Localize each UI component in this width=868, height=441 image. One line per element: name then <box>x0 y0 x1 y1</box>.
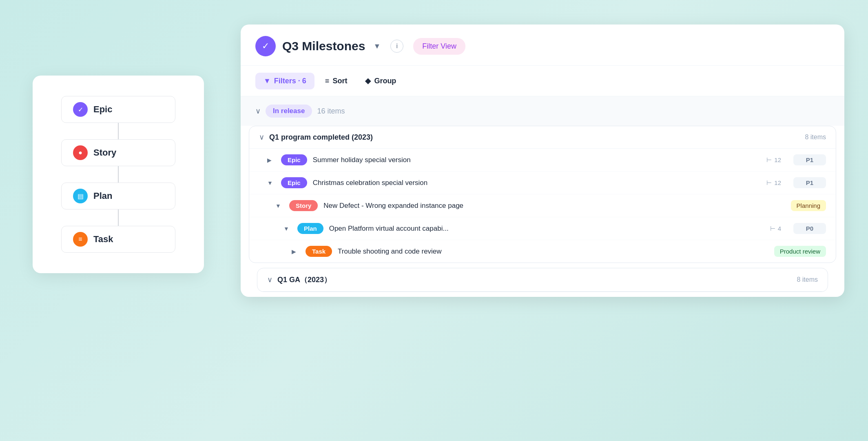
link-count: ⊢ 4 <box>770 225 781 232</box>
status-badge: Planning <box>791 200 826 211</box>
epic-type-badge: Epic <box>281 177 307 188</box>
filter-icon: ▼ <box>264 77 271 85</box>
hierarchy-item-task: ≡ Task <box>61 226 175 253</box>
status-badge: Product review <box>774 246 826 257</box>
sub-group-q1-ga-header: ∨ Q1 GA（2023） 8 items <box>257 268 828 292</box>
connector-2 <box>118 166 119 183</box>
sub-group-q1-ga-title: Q1 GA（2023） <box>277 275 792 285</box>
hierarchy-item-plan: ▤ Plan <box>61 183 175 209</box>
sub-group-q1-ga-count: 8 items <box>797 276 818 283</box>
story-icon: ● <box>73 145 88 160</box>
group-label: Group <box>374 77 396 85</box>
in-release-count: 16 items <box>317 107 345 116</box>
table-row: ▼ Epic Christmas celebration special ver… <box>249 172 836 194</box>
link-count: ⊢ 12 <box>766 156 781 164</box>
row-chevron-icon[interactable]: ▼ <box>275 203 283 209</box>
sub-group-q1-title: Q1 program completed (2023) <box>269 133 800 142</box>
row-title: Open Platform virtual account capabi... <box>329 225 764 233</box>
panel-icon: ✓ <box>255 36 276 56</box>
plan-label: Plan <box>93 191 112 201</box>
filter-view-button[interactable]: Filter View <box>413 38 465 55</box>
hierarchy-panel: ✓ Epic ● Story ▤ Plan ≡ Task <box>33 76 204 273</box>
story-type-badge: Story <box>289 200 318 211</box>
row-chevron-icon[interactable]: ▼ <box>283 225 292 232</box>
table-row: ▼ Plan Open Platform virtual account cap… <box>249 217 836 240</box>
title-chevron-icon[interactable]: ▼ <box>373 42 381 51</box>
table-row: ▶ Task Trouble shooting and code review … <box>249 240 836 263</box>
link-count: ⊢ 12 <box>766 179 781 187</box>
sub-group-q1-count: 8 items <box>805 134 826 141</box>
sort-icon: ≡ <box>325 77 330 85</box>
table-row: ▼ Story New Defect - Wrong expanded inst… <box>249 194 836 217</box>
story-label: Story <box>93 147 116 158</box>
epic-type-badge: Epic <box>281 154 307 165</box>
sub-group-q1-header: ∨ Q1 program completed (2023) 8 items <box>249 126 836 149</box>
sub-group-q1-ga: ∨ Q1 GA（2023） 8 items <box>257 268 828 292</box>
sub-group-ga-chevron-icon[interactable]: ∨ <box>267 275 272 284</box>
task-icon: ≡ <box>73 232 88 247</box>
panel-title: Q3 Milestones <box>282 39 365 53</box>
task-type-badge: Task <box>306 246 332 257</box>
group-button[interactable]: ◆ Group <box>358 72 403 89</box>
row-chevron-icon[interactable]: ▼ <box>267 180 275 186</box>
hierarchy-item-story: ● Story <box>61 139 175 166</box>
connector-3 <box>118 209 119 226</box>
sort-button[interactable]: ≡ Sort <box>318 73 355 89</box>
group-icon: ◆ <box>365 76 371 85</box>
connector-1 <box>118 123 119 139</box>
main-panel: ✓ Q3 Milestones ▼ i Filter View ▼ Filter… <box>241 24 844 297</box>
row-title: Trouble shooting and code review <box>338 247 730 256</box>
group-chevron-icon[interactable]: ∨ <box>255 107 261 116</box>
link-icon: ⊢ <box>766 156 772 164</box>
in-release-badge: In release <box>266 105 312 118</box>
status-badge: P1 <box>793 177 826 188</box>
sub-group-q1-program: ∨ Q1 program completed (2023) 8 items ▶ … <box>249 126 836 263</box>
epic-icon: ✓ <box>73 102 88 117</box>
info-button[interactable]: i <box>390 40 403 53</box>
toolbar: ▼ Filters · 6 ≡ Sort ◆ Group <box>241 66 844 96</box>
hierarchy-item-epic: ✓ Epic <box>61 96 175 123</box>
sub-group-q1-ga-wrapper: ∨ Q1 GA（2023） 8 items <box>241 268 844 292</box>
row-title: Christmas celebration special version <box>313 179 761 187</box>
plan-type-badge: Plan <box>297 223 323 234</box>
sort-label: Sort <box>332 77 347 85</box>
panel-header: ✓ Q3 Milestones ▼ i Filter View <box>241 24 844 66</box>
task-label: Task <box>93 234 113 245</box>
filters-label: Filters · 6 <box>274 77 306 85</box>
row-title: New Defect - Wrong expanded instance pag… <box>323 202 746 210</box>
row-title: Summer holiday special version <box>313 156 761 164</box>
info-icon: i <box>396 42 398 50</box>
row-chevron-icon[interactable]: ▶ <box>267 157 275 163</box>
content-area: ∨ In release 16 items ∨ Q1 program compl… <box>241 96 844 292</box>
epic-label: Epic <box>93 104 112 115</box>
in-release-group-header: ∨ In release 16 items <box>241 96 844 126</box>
sub-group-chevron-icon[interactable]: ∨ <box>259 133 264 142</box>
link-icon: ⊢ <box>770 225 775 232</box>
status-badge: P0 <box>793 223 826 234</box>
table-row: ▶ Epic Summer holiday special version ⊢ … <box>249 149 836 172</box>
status-badge: P1 <box>793 154 826 165</box>
row-chevron-icon[interactable]: ▶ <box>292 248 300 255</box>
filters-button[interactable]: ▼ Filters · 6 <box>255 73 314 89</box>
link-icon: ⊢ <box>766 179 772 187</box>
plan-icon: ▤ <box>73 189 88 203</box>
